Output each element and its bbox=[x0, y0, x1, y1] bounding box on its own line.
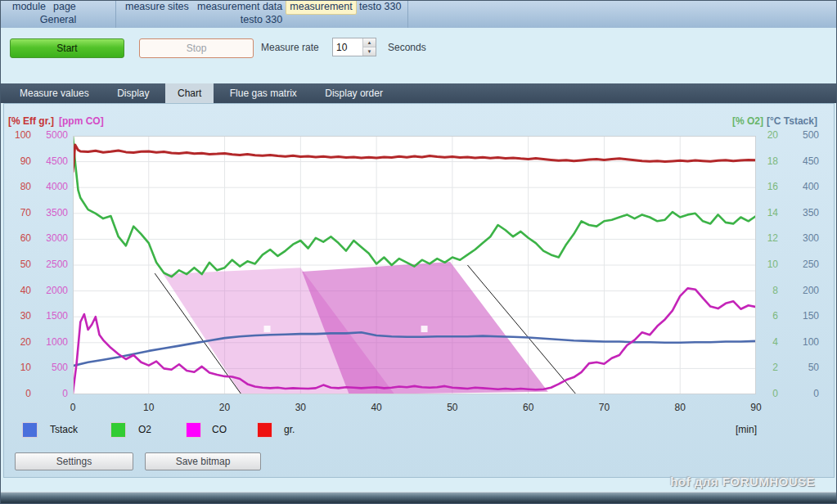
y-tick-eff: 80 bbox=[4, 181, 31, 193]
y-tick-co: 3000 bbox=[37, 232, 68, 245]
y-tick-eff: 20 bbox=[4, 336, 31, 349]
legend-swatch-gr. bbox=[257, 422, 272, 438]
y-tick-eff: 60 bbox=[4, 232, 31, 245]
settings-button[interactable]: Settings bbox=[15, 452, 133, 470]
x-tick: 70 bbox=[587, 402, 620, 413]
y-tick-co: 1000 bbox=[37, 336, 68, 349]
y-tick-tstack: 150 bbox=[782, 310, 819, 322]
region-handle[interactable] bbox=[421, 326, 428, 332]
y-tick-eff: 30 bbox=[4, 310, 31, 322]
axis-label-eff: [% Eff gr.] bbox=[8, 115, 54, 127]
x-axis-unit-label: [min] bbox=[724, 424, 757, 435]
chart-panel: [% Eff gr.] [ppm CO] [% O2] [°C Tstack] … bbox=[3, 103, 835, 478]
axis-label-tstack: [°C Tstack] bbox=[767, 115, 817, 127]
y-tick-o2: 18 bbox=[741, 155, 778, 168]
menu-item-measurement-data[interactable]: measurement data bbox=[197, 0, 282, 13]
y-tick-tstack: 200 bbox=[782, 285, 819, 297]
y-tick-o2: 10 bbox=[741, 259, 778, 271]
x-tick: 90 bbox=[740, 402, 772, 413]
legend-label-O2: O2 bbox=[138, 424, 151, 435]
stop-button[interactable]: Stop bbox=[139, 38, 254, 58]
app-window: module page measure sites measurement da… bbox=[0, 0, 837, 504]
axis-label-co: [ppm CO] bbox=[59, 115, 104, 127]
x-tick: 10 bbox=[133, 402, 165, 413]
toolbar: Start Stop Measure rate ▲ ▼ Seconds bbox=[1, 28, 836, 83]
x-tick: 50 bbox=[436, 402, 469, 413]
y-tick-o2: 12 bbox=[741, 232, 778, 245]
y-tick-co: 0 bbox=[37, 388, 68, 400]
y-tick-co: 4500 bbox=[37, 155, 68, 168]
legend-swatch-CO bbox=[186, 422, 201, 438]
tab-display[interactable]: Display bbox=[105, 83, 161, 103]
y-tick-eff: 90 bbox=[4, 155, 31, 168]
legend-label-gr.: gr. bbox=[284, 424, 295, 435]
start-button[interactable]: Start bbox=[10, 38, 124, 58]
y-tick-tstack: 350 bbox=[782, 207, 819, 219]
y-tick-tstack: 450 bbox=[782, 155, 819, 168]
y-tick-co: 4000 bbox=[37, 181, 68, 193]
menu-sub-general[interactable]: General bbox=[1, 13, 115, 26]
menu-bar: module page measure sites measurement da… bbox=[1, 1, 836, 29]
y-tick-o2: 16 bbox=[741, 181, 778, 193]
y-tick-eff: 100 bbox=[4, 129, 31, 142]
save-bitmap-button[interactable]: Save bitmap bbox=[145, 452, 261, 470]
y-tick-co: 1500 bbox=[37, 310, 68, 322]
y-tick-tstack: 100 bbox=[782, 336, 819, 349]
y-tick-tstack: 500 bbox=[782, 129, 819, 142]
y-tick-co: 2000 bbox=[37, 285, 68, 297]
tab-chart[interactable]: Chart bbox=[165, 83, 214, 103]
measure-rate-spinner: ▲ ▼ bbox=[332, 38, 376, 56]
window-bottom-edge bbox=[1, 492, 836, 504]
watermark: hof для FORUMHOUSE bbox=[670, 475, 815, 488]
axis-label-o2: [% O2] bbox=[732, 115, 763, 127]
y-tick-tstack: 50 bbox=[782, 362, 819, 374]
x-tick: 20 bbox=[209, 402, 241, 413]
tab-bar: Measure values Display Chart Flue gas ma… bbox=[1, 83, 836, 103]
menu-item-module[interactable]: module bbox=[12, 0, 46, 13]
y-tick-tstack: 300 bbox=[782, 232, 819, 245]
measure-rate-label: Measure rate bbox=[261, 42, 319, 53]
spinner-down-icon[interactable]: ▼ bbox=[363, 47, 376, 56]
tab-flue-gas-matrix[interactable]: Flue gas matrix bbox=[218, 83, 309, 103]
chart-plot[interactable] bbox=[73, 136, 756, 394]
x-tick: 0 bbox=[56, 402, 89, 413]
tab-display-order[interactable]: Display order bbox=[313, 83, 395, 103]
y-tick-tstack: 0 bbox=[782, 388, 819, 400]
y-tick-eff: 70 bbox=[4, 207, 31, 219]
y-tick-o2: 6 bbox=[741, 310, 778, 322]
y-tick-tstack: 400 bbox=[782, 181, 819, 193]
menu-item-page[interactable]: page bbox=[53, 0, 76, 13]
x-tick: 40 bbox=[360, 402, 393, 413]
legend-label-CO: CO bbox=[212, 424, 227, 435]
y-tick-eff: 40 bbox=[4, 285, 31, 297]
legend-label-Tstack: Tstack bbox=[50, 424, 78, 435]
x-tick: 60 bbox=[512, 402, 545, 413]
y-tick-eff: 50 bbox=[4, 259, 31, 271]
y-tick-o2: 0 bbox=[741, 388, 778, 400]
region-handle[interactable] bbox=[264, 326, 271, 332]
menu-separator bbox=[407, 1, 408, 28]
legend-swatch-Tstack bbox=[22, 422, 38, 438]
y-tick-co: 500 bbox=[37, 362, 68, 374]
menu-item-measure-sites[interactable]: measure sites bbox=[125, 0, 189, 13]
y-tick-co: 5000 bbox=[37, 129, 68, 142]
y-tick-eff: 0 bbox=[4, 388, 31, 400]
legend-swatch-O2 bbox=[110, 422, 126, 438]
menu-sub-testo-330[interactable]: testo 330 bbox=[115, 13, 407, 26]
seconds-label: Seconds bbox=[388, 42, 426, 53]
spinner-up-icon[interactable]: ▲ bbox=[363, 38, 376, 47]
y-tick-o2: 8 bbox=[741, 285, 778, 297]
y-tick-o2: 2 bbox=[741, 362, 778, 374]
y-tick-eff: 10 bbox=[4, 362, 31, 374]
x-tick: 30 bbox=[284, 402, 317, 413]
tab-measure-values[interactable]: Measure values bbox=[7, 83, 101, 103]
x-tick: 80 bbox=[664, 402, 696, 413]
y-tick-co: 3500 bbox=[37, 207, 68, 219]
y-tick-o2: 14 bbox=[741, 207, 778, 219]
y-tick-co: 2500 bbox=[37, 259, 68, 271]
y-tick-o2: 4 bbox=[741, 336, 778, 349]
y-tick-tstack: 250 bbox=[782, 259, 819, 271]
y-tick-o2: 20 bbox=[741, 129, 778, 142]
measure-rate-input[interactable] bbox=[333, 38, 362, 56]
menu-item-testo-330[interactable]: testo 330 bbox=[359, 0, 401, 13]
